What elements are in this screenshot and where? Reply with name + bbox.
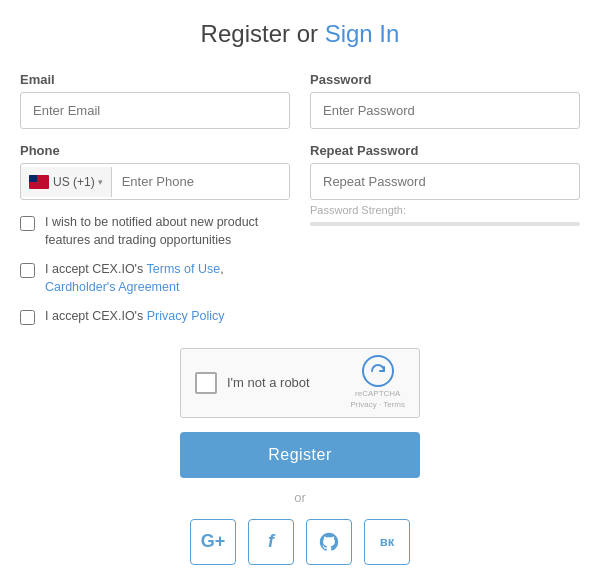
page-title: Register or Sign In xyxy=(20,20,580,48)
terms-checkbox[interactable] xyxy=(20,263,35,278)
recaptcha-logo-icon xyxy=(362,355,394,387)
notify-checkbox[interactable] xyxy=(20,216,35,231)
google-plus-button[interactable]: G+ xyxy=(190,519,236,565)
social-icons: G+ f вк xyxy=(20,519,580,565)
or-divider: or xyxy=(20,490,580,505)
captcha-section: I'm not a robot reCAPTCHA Privacy · Term… xyxy=(20,348,580,418)
sign-in-link[interactable]: Sign In xyxy=(325,20,400,47)
privacy-link[interactable]: Privacy Policy xyxy=(147,309,225,323)
phone-country-label: US (+1) xyxy=(53,175,95,189)
email-label: Email xyxy=(20,72,290,87)
captcha-right: reCAPTCHA Privacy · Terms xyxy=(350,355,405,410)
password-strength-bar xyxy=(310,222,580,226)
chevron-down-icon: ▾ xyxy=(98,177,103,187)
github-button[interactable] xyxy=(306,519,352,565)
password-label: Password xyxy=(310,72,580,87)
phone-country-select[interactable]: US (+1) ▾ xyxy=(21,167,112,197)
notify-checkbox-row: I wish to be notified about new product … xyxy=(20,214,290,249)
password-group: Password xyxy=(310,72,580,129)
phone-label: Phone xyxy=(20,143,290,158)
repeat-password-label: Repeat Password xyxy=(310,143,580,158)
captcha-left: I'm not a robot xyxy=(195,372,310,394)
flag-us-icon xyxy=(29,175,49,189)
notify-label: I wish to be notified about new product … xyxy=(45,214,290,249)
terms-label: I accept CEX.IO's Terms of Use, Cardhold… xyxy=(45,261,224,296)
privacy-checkbox[interactable] xyxy=(20,310,35,325)
cardholder-link[interactable]: Cardholder's Agreement xyxy=(45,280,179,294)
captcha-label: I'm not a robot xyxy=(227,375,310,390)
recaptcha-brand-label: reCAPTCHA Privacy · Terms xyxy=(350,389,405,410)
vk-button[interactable]: вк xyxy=(364,519,410,565)
right-column: Password Repeat Password Password Streng… xyxy=(310,72,580,338)
captcha-box[interactable]: I'm not a robot reCAPTCHA Privacy · Term… xyxy=(180,348,420,418)
captcha-checkbox[interactable] xyxy=(195,372,217,394)
form-grid: Email Phone US (+1) ▾ I wish to be xyxy=(20,72,580,338)
privacy-checkbox-row: I accept CEX.IO's Privacy Policy xyxy=(20,308,290,326)
email-group: Email xyxy=(20,72,290,129)
privacy-label: I accept CEX.IO's Privacy Policy xyxy=(45,308,225,326)
phone-input[interactable] xyxy=(112,164,289,199)
checkboxes-section: I wish to be notified about new product … xyxy=(20,214,290,326)
github-icon xyxy=(318,531,340,553)
password-input[interactable] xyxy=(310,92,580,129)
terms-link[interactable]: Terms of Use xyxy=(147,262,221,276)
terms-checkbox-row: I accept CEX.IO's Terms of Use, Cardhold… xyxy=(20,261,290,296)
register-button[interactable]: Register xyxy=(180,432,420,478)
phone-group: Phone US (+1) ▾ xyxy=(20,143,290,200)
svg-point-0 xyxy=(363,356,393,386)
register-container: Register or Sign In Email Phone US (+1) … xyxy=(20,20,580,565)
left-column: Email Phone US (+1) ▾ I wish to be xyxy=(20,72,290,338)
facebook-button[interactable]: f xyxy=(248,519,294,565)
password-strength-label: Password Strength: xyxy=(310,204,580,216)
phone-input-wrapper: US (+1) ▾ xyxy=(20,163,290,200)
repeat-password-input[interactable] xyxy=(310,163,580,200)
repeat-password-group: Repeat Password Password Strength: xyxy=(310,143,580,226)
email-input[interactable] xyxy=(20,92,290,129)
